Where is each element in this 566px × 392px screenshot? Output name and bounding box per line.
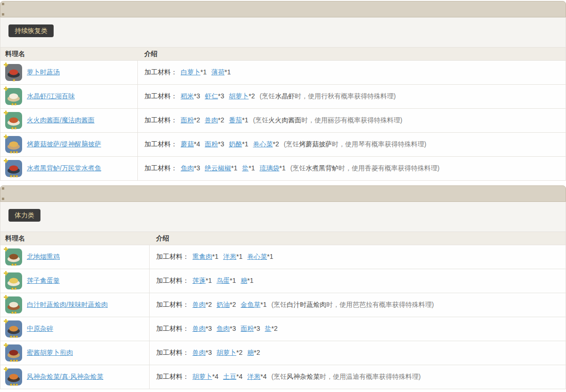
category-badge-zone: 持续恢复类	[0, 17, 566, 47]
material-link[interactable]: 卷心菜	[253, 140, 273, 148]
dish-icon: ★★★	[5, 344, 22, 361]
material-qty: *4	[236, 373, 242, 380]
material-link[interactable]: 蘑菇	[181, 140, 194, 148]
material: 糖*1	[240, 277, 253, 285]
material: 鸟蛋*1	[216, 277, 236, 285]
material-link[interactable]: 盐	[265, 325, 271, 332]
collapsible-panel-bar[interactable]	[0, 185, 566, 202]
sparkle-icon	[4, 271, 8, 275]
table-row: ★★★ 风神杂烩菜/真·风神杂烩菜 加工材料： 胡萝卜*4 土豆*4 洋葱*4 …	[0, 365, 566, 389]
material-link[interactable]: 胡萝卜	[192, 373, 212, 380]
material-link[interactable]: 金鱼草	[240, 301, 260, 308]
dish-link[interactable]: 风神杂烩菜/真·风神杂烩菜	[27, 373, 104, 381]
materials-label: 加工材料：	[156, 253, 189, 261]
rarity-stars: ★★★	[5, 175, 22, 178]
section-content: 体力类 料理名 介绍 ★★ 北地烟熏鸡	[0, 202, 566, 389]
table-row: ★★★ 水煮黑背鲈/万民堂水煮鱼 加工材料： 鱼肉*3 绝云椒椒*1 盐*1 琉…	[0, 156, 566, 180]
category-badge: 持续恢复类	[8, 24, 54, 37]
dish-link[interactable]: 萝卜时蔬汤	[27, 68, 60, 77]
material: 盐*1	[242, 164, 255, 173]
material-qty: *1	[247, 277, 253, 284]
dish-icon: ★★★	[5, 368, 22, 385]
material-link[interactable]: 盐	[242, 164, 248, 172]
dish-link[interactable]: 水煮黑背鲈/万民堂水煮鱼	[27, 164, 101, 173]
material-link[interactable]: 卷心菜	[247, 253, 267, 260]
material-link[interactable]: 兽肉	[192, 349, 206, 356]
dish-link[interactable]: 烤蘑菇披萨/提神醒脑披萨	[27, 140, 101, 149]
dish-icon: ★★	[5, 272, 22, 289]
material: 胡萝卜*2	[229, 92, 255, 101]
table-row: ★★★ 烤蘑菇披萨/提神醒脑披萨 加工材料： 蘑菇*4 面粉*3 奶酪*1 卷心…	[0, 132, 566, 156]
materials-label: 加工材料：	[144, 92, 177, 101]
material-link[interactable]: 胡萝卜	[216, 349, 236, 356]
panel-handle-icon	[2, 198, 4, 200]
dish-link[interactable]: 蜜酱胡萝卜煎肉	[27, 349, 73, 357]
material-link[interactable]: 面粉	[240, 325, 254, 332]
material: 绝云椒椒*1	[205, 164, 237, 173]
table-row: ★★ 水晶虾/江湖百味 加工材料： 稻米*3 虾仁*3 胡萝卜*2 (烹饪水晶虾…	[0, 84, 566, 108]
material-link[interactable]: 鸟蛋	[216, 277, 230, 284]
material-link[interactable]: 糖	[247, 349, 254, 356]
material-qty: *2	[218, 116, 224, 124]
table-row: ★★★ 蜜酱胡萝卜煎肉 加工材料： 兽肉*3 胡萝卜*2 糖*2	[0, 341, 566, 365]
material-qty: *1	[212, 253, 218, 260]
material-link[interactable]: 奶酪	[229, 140, 242, 148]
material-link[interactable]: 白萝卜	[181, 68, 200, 76]
material-qty: *3	[194, 92, 200, 100]
collapsible-panel-bar[interactable]	[0, 1, 566, 17]
material: 熏禽肉*1	[192, 253, 218, 261]
rarity-stars: ★	[5, 79, 22, 82]
material-link[interactable]: 绝云椒椒	[205, 164, 231, 172]
material-link[interactable]: 兽肉	[205, 116, 218, 124]
material-link[interactable]: 胡萝卜	[229, 92, 248, 100]
material-link[interactable]: 洋葱	[247, 373, 260, 380]
material: 稻米*3	[181, 92, 200, 101]
material-link[interactable]: 洋葱	[223, 253, 236, 260]
materials-label: 加工材料：	[156, 301, 189, 309]
material-link[interactable]: 薄荷	[211, 68, 224, 76]
dish-link[interactable]: 火火肉酱面/魔法肉酱面	[27, 116, 95, 125]
material-link[interactable]: 奶油	[216, 301, 230, 308]
material-link[interactable]: 莲蓬	[192, 277, 206, 284]
material: 薄荷*1	[211, 68, 231, 77]
dish-link[interactable]: 白汁时蔬烩肉/辣味时蔬烩肉	[27, 301, 108, 309]
panel-handle-icon	[2, 3, 4, 5]
table-row: ★ 萝卜时蔬汤 加工材料： 白萝卜*1 薄荷*1	[0, 60, 566, 84]
material-link[interactable]: 兽肉	[192, 325, 206, 332]
material: 盐*2	[265, 325, 278, 333]
material-qty: *2	[230, 301, 236, 308]
sparkle-icon	[4, 295, 8, 299]
rarity-stars: ★★	[5, 311, 22, 315]
materials-label: 加工材料：	[144, 140, 177, 149]
dish-link[interactable]: 莲子禽蛋羹	[27, 277, 60, 285]
material: 鱼肉*3	[181, 164, 200, 173]
dish-link[interactable]: 北地烟熏鸡	[27, 253, 60, 261]
material-link[interactable]: 面粉	[205, 140, 218, 148]
material-qty: *2	[273, 140, 279, 148]
material: 奶酪*1	[229, 140, 248, 149]
material: 番茄*1	[229, 116, 248, 125]
dish-link[interactable]: 中原杂碎	[27, 325, 53, 333]
material-link[interactable]: 琉璃袋	[260, 164, 279, 172]
special-dish-note: (烹饪水煮黑背鲈时，使用香菱有概率获得特殊料理)	[290, 164, 439, 173]
material-link[interactable]: 面粉	[181, 116, 194, 124]
special-dish-note: (烹饪烤蘑菇披萨时，使用琴有概率获得特殊料理)	[284, 140, 426, 149]
table-header-row: 料理名 介绍	[0, 47, 566, 60]
material-link[interactable]: 兽肉	[192, 301, 206, 308]
material: 糖*2	[247, 349, 260, 357]
material-link[interactable]: 虾仁	[205, 92, 218, 100]
material-qty: *2	[194, 116, 200, 124]
material-qty: *2	[248, 92, 255, 100]
rarity-stars: ★★	[5, 127, 22, 130]
material-link[interactable]: 番茄	[229, 116, 242, 124]
material-link[interactable]: 熏禽肉	[192, 253, 212, 260]
recipe-table: 料理名 介绍 ★★ 北地烟熏鸡 加工材料	[0, 232, 566, 389]
material-link[interactable]: 土豆	[223, 373, 236, 380]
material-link[interactable]: 鱼肉	[216, 325, 230, 332]
material-link[interactable]: 糖	[240, 277, 247, 284]
special-dish-note: (烹饪风神杂烩菜时，使用温迪有概率获得特殊料理)	[271, 373, 421, 381]
material: 奶油*2	[216, 301, 236, 309]
material-link[interactable]: 稻米	[181, 92, 194, 100]
dish-link[interactable]: 水晶虾/江湖百味	[27, 92, 75, 101]
material-link[interactable]: 鱼肉	[181, 164, 194, 172]
